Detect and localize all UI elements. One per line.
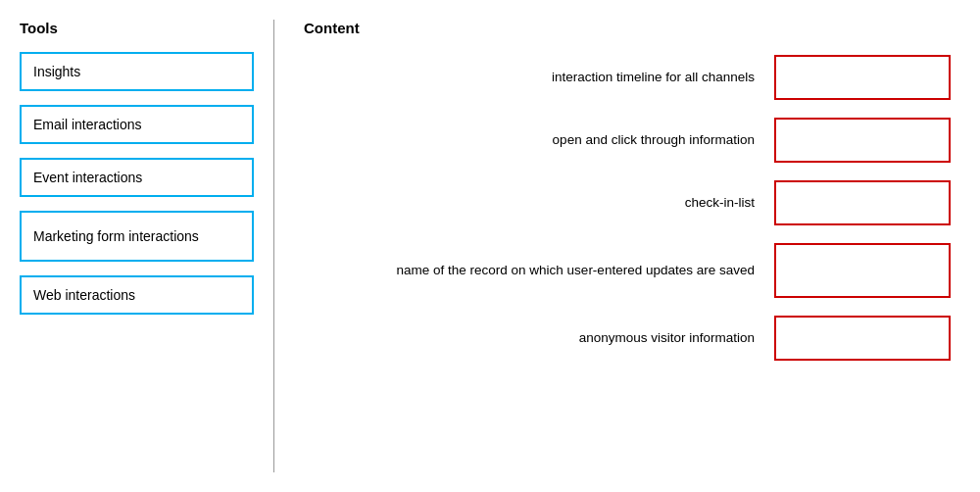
tool-item-event-interactions[interactable]: Event interactions [20,158,254,197]
content-label-row-anonymous: anonymous visitor information [304,329,774,348]
content-label-row-checkin: check-in-list [304,194,774,213]
content-label-row-open-click: open and click through information [304,131,774,150]
content-box-row-open-click[interactable] [774,118,951,163]
content-row-row-record-name: name of the record on which user-entered… [304,240,951,301]
content-rows: interaction timeline for all channelsope… [304,52,951,375]
tool-item-marketing-form-interactions[interactable]: Marketing form interactions [20,211,254,262]
content-box-row-record-name[interactable] [774,243,951,298]
content-box-row-timeline[interactable] [774,55,951,100]
tools-title: Tools [20,20,254,36]
content-box-row-checkin[interactable] [774,180,951,225]
tool-item-insights[interactable]: Insights [20,52,254,91]
content-panel: Content interaction timeline for all cha… [274,20,980,472]
content-row-row-checkin: check-in-list [304,177,951,228]
content-row-row-anonymous: anonymous visitor information [304,313,951,364]
content-row-row-timeline: interaction timeline for all channels [304,52,951,103]
tool-item-email-interactions[interactable]: Email interactions [20,105,254,144]
tools-list: InsightsEmail interactionsEvent interact… [20,52,254,315]
main-container: Tools InsightsEmail interactionsEvent in… [0,0,980,492]
content-title: Content [304,20,951,36]
tool-item-web-interactions[interactable]: Web interactions [20,275,254,315]
content-box-row-anonymous[interactable] [774,316,951,361]
tools-panel: Tools InsightsEmail interactionsEvent in… [0,20,274,472]
content-label-row-record-name: name of the record on which user-entered… [304,262,774,280]
content-label-row-timeline: interaction timeline for all channels [304,69,774,87]
content-row-row-open-click: open and click through information [304,115,951,166]
